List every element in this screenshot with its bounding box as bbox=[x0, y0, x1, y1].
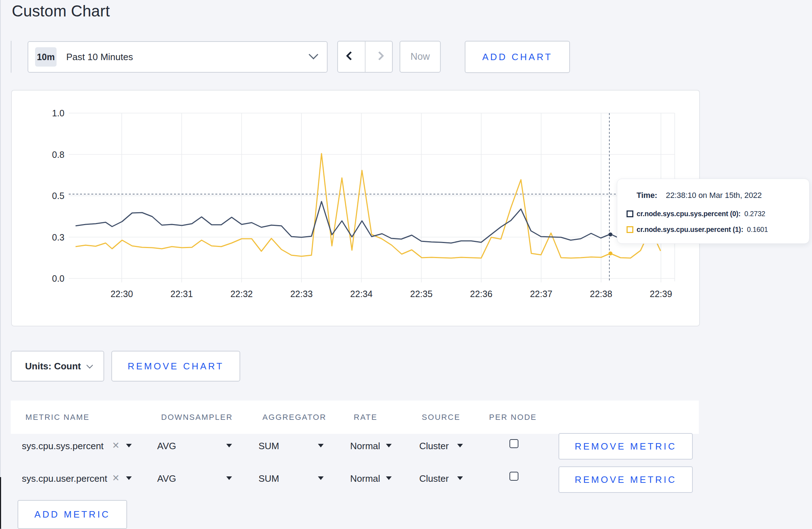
svg-text:22:30: 22:30 bbox=[111, 289, 133, 299]
svg-text:22:33: 22:33 bbox=[290, 289, 313, 299]
svg-text:22:38: 22:38 bbox=[590, 289, 613, 299]
svg-text:22:39: 22:39 bbox=[650, 289, 672, 299]
svg-text:0.8: 0.8 bbox=[52, 150, 64, 160]
svg-text:22:34: 22:34 bbox=[350, 289, 373, 299]
svg-text:1.0: 1.0 bbox=[52, 108, 64, 118]
svg-text:0.0: 0.0 bbox=[52, 273, 64, 283]
svg-text:22:36: 22:36 bbox=[470, 289, 493, 299]
svg-text:22:37: 22:37 bbox=[530, 289, 552, 299]
svg-text:22:32: 22:32 bbox=[230, 289, 253, 299]
svg-text:0.5: 0.5 bbox=[52, 191, 64, 201]
svg-text:22:31: 22:31 bbox=[170, 289, 193, 299]
svg-text:0.3: 0.3 bbox=[52, 232, 64, 242]
svg-text:22:35: 22:35 bbox=[410, 289, 433, 299]
